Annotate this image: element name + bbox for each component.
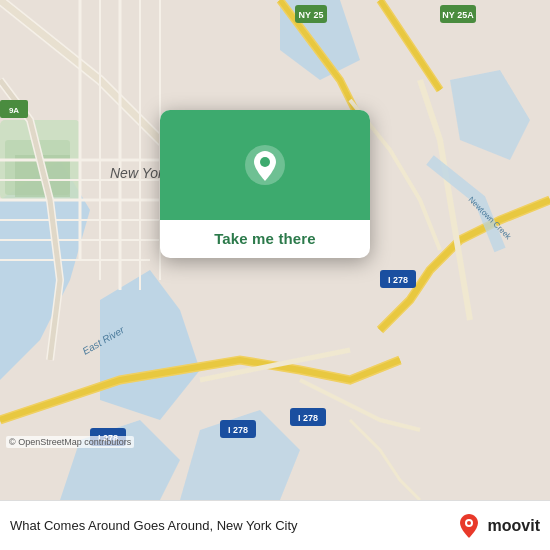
moovit-brand-name: moovit [488, 517, 540, 535]
location-pin-icon [243, 143, 287, 187]
popup-button-area: Take me there [160, 220, 370, 258]
svg-text:9A: 9A [9, 106, 19, 115]
bottom-bar: What Comes Around Goes Around, New York … [0, 500, 550, 550]
svg-text:I 278: I 278 [298, 413, 318, 423]
svg-text:NY 25: NY 25 [299, 10, 324, 20]
location-text: What Comes Around Goes Around, New York … [10, 518, 298, 533]
svg-text:I 278: I 278 [388, 275, 408, 285]
svg-point-39 [260, 157, 270, 167]
map-container: NY 25 NY 25A 9A I 278 I 278 I 278 I 278 … [0, 0, 550, 500]
popup-header [160, 110, 370, 220]
moovit-logo: moovit [455, 512, 540, 540]
svg-text:NY 25A: NY 25A [442, 10, 474, 20]
moovit-pin-icon [455, 512, 483, 540]
take-me-there-button[interactable]: Take me there [214, 230, 316, 247]
copyright-text: © OpenStreetMap contributors [6, 436, 134, 448]
svg-text:I 278: I 278 [228, 425, 248, 435]
popup-card: Take me there [160, 110, 370, 258]
svg-point-41 [467, 521, 471, 525]
